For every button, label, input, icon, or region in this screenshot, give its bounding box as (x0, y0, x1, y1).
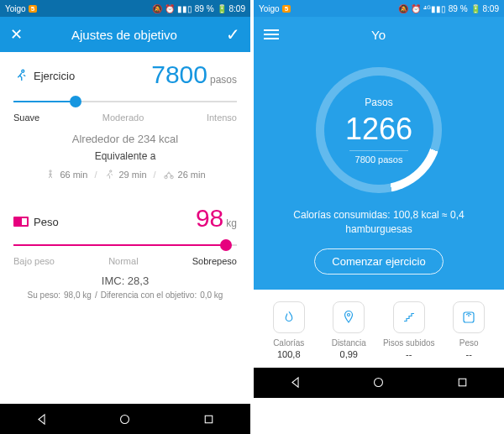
svg-point-0 (22, 70, 24, 72)
weight-icon (13, 217, 29, 227)
phone-right-profile: Yoigo 5 🔕 ⏰ ⁴ᴳ▮▮▯ 89 % 🔋 8:09 Yo Pasos 1… (254, 0, 504, 434)
statusbar: Yoigo 5 🔕 ⏰ ▮▮▯ 89 % 🔋 8:09 (0, 0, 250, 17)
battery-text: 89 % (195, 4, 214, 13)
dashboard-hero: Pasos 1266 7800 pasos Calorías consumida… (254, 52, 504, 290)
bike-icon (163, 169, 175, 180)
diff-value: 0,0 kg (200, 290, 223, 300)
svg-rect-10 (459, 379, 466, 386)
stat-weight[interactable]: Peso -- (439, 301, 500, 359)
close-icon[interactable]: ✕ (10, 25, 23, 44)
home-icon[interactable] (371, 375, 386, 390)
battery-text: 89 % (449, 4, 468, 13)
mute-icon: 🔕 (152, 4, 162, 13)
alarm-icon: ⏰ (165, 4, 175, 13)
imc-value: IMC: 28,3 (13, 275, 237, 287)
stats-row: Calorías 100,8 Distancia 0,99 Pisos subi… (254, 290, 504, 368)
bike-min: 26 min (178, 170, 206, 180)
stat-calories-value: 100,8 (259, 349, 319, 359)
weight-section: Peso 98kg Bajo peso Normal Sobrepeso IMC… (0, 196, 250, 303)
scale-icon (461, 310, 476, 325)
svg-point-7 (348, 313, 350, 316)
appbar: Yo (254, 17, 504, 52)
exercise-slider[interactable] (13, 94, 237, 109)
stat-distance-value: 0,99 (319, 349, 380, 359)
android-navbar (254, 368, 504, 398)
exercise-goal-value: 7800 (151, 60, 207, 88)
carrier-label: Yoigo (5, 4, 26, 13)
page-title: Yo (371, 28, 386, 42)
equivalent-row: 66 min / 29 min / 26 min (13, 169, 237, 180)
svg-point-5 (121, 415, 129, 423)
notification-count-badge: 5 (29, 5, 37, 13)
exercise-unit: pasos (210, 74, 237, 86)
home-icon[interactable] (118, 412, 132, 426)
phone-left-goals-settings: Yoigo 5 🔕 ⏰ ▮▮▯ 89 % 🔋 8:09 ✕ Ajustes de… (0, 0, 250, 434)
confirm-icon[interactable]: ✓ (226, 24, 240, 44)
stairs-icon (402, 310, 417, 325)
steps-value: 1266 (345, 112, 412, 147)
flame-icon (281, 310, 297, 325)
exercise-section: Ejercicio 7800pasos Suave Moderado Inten… (0, 52, 250, 196)
svg-rect-6 (205, 416, 213, 423)
start-exercise-button[interactable]: Comenzar ejercicio (314, 248, 443, 275)
stat-calories[interactable]: Calorías 100,8 (259, 301, 319, 359)
goals-content: Ejercicio 7800pasos Suave Moderado Inten… (0, 52, 250, 404)
diff-label: Diferencia con el objetivo: (101, 290, 197, 300)
back-icon[interactable] (34, 412, 49, 426)
calories-summary: Calorías consumidas: 100,8 kcal ≈ 0,4 ha… (262, 208, 496, 237)
pin-icon (341, 310, 356, 325)
steps-label: Pasos (365, 97, 392, 108)
svg-point-3 (164, 175, 167, 179)
run-min: 29 min (118, 170, 146, 180)
run-icon (103, 169, 115, 180)
weight-slider[interactable] (13, 238, 237, 253)
notification-count-badge: 5 (282, 5, 291, 13)
tick-over: Sobrepeso (192, 256, 237, 266)
appbar: ✕ Ajustes de objetivo ✓ (0, 17, 250, 52)
steps-goal: 7800 pasos (349, 150, 408, 165)
svg-point-2 (110, 170, 112, 172)
stat-distance[interactable]: Distancia 0,99 (319, 301, 380, 359)
recents-icon[interactable] (455, 375, 470, 390)
tick-moderate: Moderado (102, 112, 144, 123)
android-navbar (0, 404, 250, 434)
weight-unit: kg (226, 217, 237, 229)
your-weight-label: Su peso: (28, 290, 60, 300)
stat-weight-value: -- (439, 349, 500, 359)
walk-min: 66 min (60, 170, 87, 180)
signal-icon: ▮▮▯ (177, 4, 192, 13)
tick-soft: Suave (13, 112, 39, 123)
page-title: Ajustes de objetivo (71, 28, 177, 42)
walk-icon (45, 169, 56, 180)
stat-distance-label: Distancia (319, 338, 380, 348)
stat-floors-value: -- (379, 349, 439, 359)
stat-calories-label: Calorías (259, 338, 319, 348)
tick-intense: Intenso (207, 112, 237, 123)
battery-icon: 🔋 (217, 4, 227, 13)
tick-normal: Normal (108, 256, 138, 266)
stat-weight-label: Peso (439, 338, 500, 348)
steps-progress-ring[interactable]: Pasos 1266 7800 pasos (316, 67, 442, 193)
equivalent-label: Equivalente a (13, 150, 237, 162)
alarm-icon: ⏰ (411, 4, 421, 13)
clock-text: 8:09 (483, 4, 499, 13)
weight-slider-ticks: Bajo peso Normal Sobrepeso (13, 256, 237, 266)
clock-text: 8:09 (229, 4, 245, 13)
stat-floors[interactable]: Pisos subidos -- (379, 301, 439, 359)
tick-low: Bajo peso (13, 256, 55, 266)
svg-point-1 (50, 170, 51, 172)
recents-icon[interactable] (202, 412, 216, 426)
svg-point-9 (375, 379, 383, 387)
mute-icon: 🔕 (398, 4, 408, 13)
battery-icon: 🔋 (470, 4, 480, 13)
running-icon (13, 68, 29, 83)
stat-floors-label: Pisos subidos (379, 338, 439, 348)
carrier-label: Yoigo (259, 4, 280, 13)
weight-goal-value: 98 (196, 204, 223, 232)
your-weight-value: 98,0 kg (64, 290, 92, 300)
signal-icon: ⁴ᴳ▮▮▯ (423, 4, 446, 13)
exercise-slider-ticks: Suave Moderado Intenso (13, 112, 237, 123)
back-icon[interactable] (288, 375, 302, 390)
menu-icon[interactable] (264, 29, 279, 39)
weight-label: Peso (34, 216, 59, 228)
